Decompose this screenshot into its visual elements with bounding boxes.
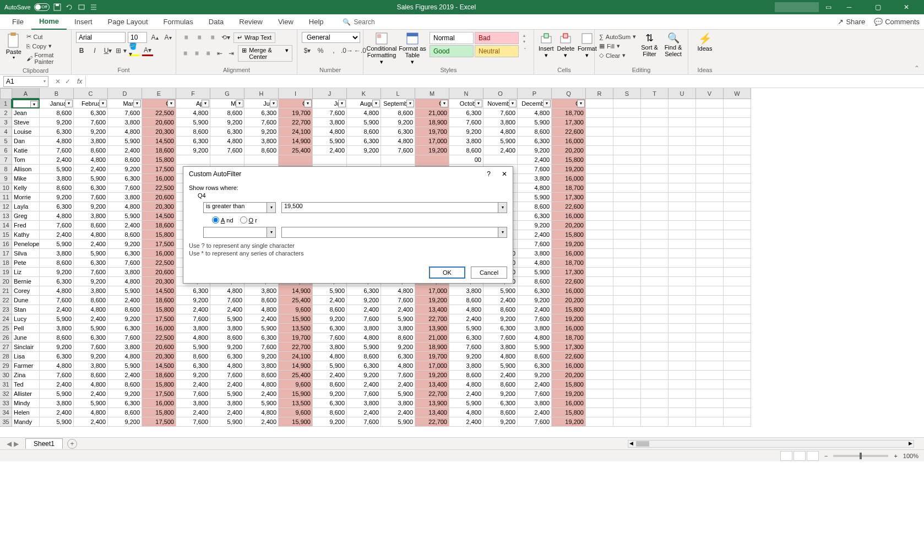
cell[interactable]: 4,800 [483, 352, 518, 361]
cell[interactable] [696, 99, 724, 108]
formula-input[interactable] [85, 76, 924, 87]
cell[interactable]: 17,500 [142, 417, 176, 427]
cell[interactable]: 19,200 [552, 417, 586, 427]
cell[interactable]: 6,300 [381, 352, 415, 361]
cell[interactable]: 4,800 [210, 137, 244, 146]
cell[interactable] [724, 286, 751, 296]
cell[interactable] [696, 333, 724, 342]
filter-header-cell[interactable]: May▾ [210, 99, 244, 108]
row-header[interactable]: 9 [0, 174, 12, 183]
cell[interactable]: 19,200 [552, 165, 586, 174]
cell[interactable]: 8,600 [381, 108, 415, 118]
cell[interactable]: 3,800 [40, 324, 74, 333]
search-box[interactable]: 🔍 Search [343, 18, 375, 26]
minimize-button[interactable]: ─ [838, 0, 860, 14]
cell[interactable]: Tom [12, 155, 40, 165]
align-middle-icon[interactable]: ≡ [194, 32, 205, 43]
cell[interactable]: 2,400 [518, 305, 552, 314]
column-header[interactable]: V [696, 88, 724, 99]
align-center-icon[interactable]: ≡ [192, 48, 202, 59]
cell[interactable]: 17,300 [552, 193, 586, 202]
cell[interactable] [613, 193, 641, 202]
cell[interactable]: 7,600 [74, 268, 108, 277]
number-format-select[interactable]: General [302, 32, 360, 43]
cell[interactable]: 5,900 [483, 137, 518, 146]
cell[interactable]: 7,600 [449, 342, 483, 352]
cell[interactable]: 8,600 [210, 108, 244, 118]
cell[interactable] [641, 417, 668, 427]
align-left-icon[interactable]: ≡ [181, 48, 190, 59]
cell[interactable] [668, 202, 696, 211]
cell[interactable]: Dune [12, 296, 40, 305]
cell[interactable]: 2,400 [483, 296, 518, 305]
cell[interactable]: 2,400 [313, 296, 347, 305]
style-good[interactable]: Good [430, 45, 474, 57]
cell[interactable]: 8,600 [244, 296, 279, 305]
cell[interactable]: 22,600 [552, 352, 586, 361]
cell[interactable]: 3,800 [244, 361, 279, 371]
bold-button[interactable]: B [76, 45, 87, 56]
cell[interactable]: 3,800 [483, 118, 518, 127]
cell[interactable]: 5,900 [381, 417, 415, 427]
cell[interactable]: 16,000 [552, 174, 586, 183]
cell[interactable] [668, 155, 696, 165]
add-sheet-button[interactable]: + [67, 439, 77, 449]
cell[interactable] [724, 146, 751, 155]
cell[interactable]: 9,200 [518, 371, 552, 380]
cell[interactable] [696, 258, 724, 268]
row-header[interactable]: 20 [0, 277, 12, 286]
cell[interactable]: 6,300 [40, 202, 74, 211]
row-header[interactable]: 11 [0, 193, 12, 202]
filter-header-cell[interactable]: April▾ [176, 99, 210, 108]
row-header[interactable]: 16 [0, 240, 12, 249]
cell[interactable]: 2,400 [74, 240, 108, 249]
cell[interactable]: 15,800 [552, 408, 586, 417]
cell[interactable]: 4,800 [74, 305, 108, 314]
cell[interactable]: 9,600 [279, 408, 313, 417]
cell[interactable]: 8,600 [483, 380, 518, 389]
cell[interactable]: 4,800 [108, 127, 142, 137]
cell[interactable]: 2,400 [40, 408, 74, 417]
cell[interactable]: 4,800 [313, 127, 347, 137]
cell[interactable]: Morrie [12, 193, 40, 202]
cell[interactable]: 22,700 [415, 389, 449, 399]
column-header[interactable]: U [668, 88, 696, 99]
cell[interactable]: 9,200 [40, 118, 74, 127]
cell[interactable]: 9,200 [483, 389, 518, 399]
cell[interactable]: 2,400 [381, 408, 415, 417]
cell[interactable] [641, 258, 668, 268]
cell[interactable]: 9,200 [449, 127, 483, 137]
cell[interactable] [724, 211, 751, 221]
cell[interactable]: 7,600 [518, 314, 552, 324]
cell[interactable] [613, 352, 641, 361]
cell[interactable] [724, 408, 751, 417]
cell[interactable]: Steve [12, 118, 40, 127]
filter-header-cell[interactable]: September▾ [381, 99, 415, 108]
cell[interactable]: 8,600 [483, 305, 518, 314]
cell[interactable] [641, 240, 668, 249]
currency-icon[interactable]: $▾ [302, 45, 313, 56]
cell[interactable] [724, 108, 751, 118]
cell[interactable]: 7,600 [518, 417, 552, 427]
cell[interactable]: Allister [12, 389, 40, 399]
cell[interactable]: 2,400 [449, 417, 483, 427]
row-header[interactable]: 34 [0, 408, 12, 417]
cell[interactable]: 9,200 [449, 352, 483, 361]
cell[interactable]: 22,700 [415, 314, 449, 324]
cell[interactable]: 3,800 [313, 342, 347, 352]
cell[interactable]: June [12, 333, 40, 342]
cell[interactable] [696, 361, 724, 371]
filter-header-cell[interactable]: October▾ [449, 99, 483, 108]
cell[interactable] [613, 99, 641, 108]
cell[interactable]: 9,200 [40, 268, 74, 277]
cell[interactable]: 8,600 [108, 230, 142, 240]
cell[interactable] [668, 352, 696, 361]
cell[interactable] [668, 118, 696, 127]
cell[interactable] [586, 305, 613, 314]
cell[interactable]: 8,600 [108, 305, 142, 314]
cell[interactable]: 4,800 [381, 137, 415, 146]
column-header[interactable]: J [313, 88, 347, 99]
cell[interactable]: 5,900 [210, 417, 244, 427]
cell[interactable]: 4,800 [381, 286, 415, 296]
cell[interactable]: 4,800 [483, 127, 518, 137]
